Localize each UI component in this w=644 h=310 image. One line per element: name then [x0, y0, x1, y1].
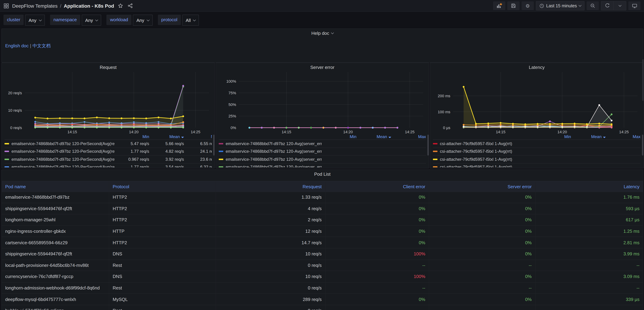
protocol-cell: DNS	[109, 248, 216, 259]
filter-value-workload[interactable]: Any	[133, 15, 153, 26]
client-error-cell: --	[326, 305, 429, 310]
legend-sort-max[interactable]: Max	[391, 134, 426, 139]
legend-series-label[interactable]: emailservice-74868bbd7f-d97bz 120-PerSec…	[4, 165, 114, 168]
legend-scrollbar[interactable]	[427, 135, 429, 156]
refresh-button[interactable]	[601, 2, 614, 10]
tv-mode-button[interactable]	[628, 2, 640, 10]
table-row: currencyservice-76c7dfdf87-rgccpDNS10 re…	[2, 271, 643, 282]
legend-series-label[interactable]: emailservice-74868bbd7f-d97bz 120-PerSec…	[4, 157, 114, 162]
legend-sort-max[interactable]: Max	[606, 134, 640, 139]
legend-header: MinMeanMax	[4, 134, 212, 140]
protocol-cell: Rest	[109, 260, 216, 271]
column-header-protocol[interactable]: Protocol	[109, 181, 216, 192]
request-cell: 0 req/s	[216, 282, 326, 293]
latency-cell: 1.25 ms	[536, 226, 643, 237]
series-name: emailservice-74868bbd7f-d97bz 120-Avg(se…	[226, 157, 322, 162]
series-color-swatch[interactable]	[219, 151, 223, 152]
latency-panel-title[interactable]: Latency	[430, 65, 643, 70]
dashboard-title[interactable]: Application - K8s Pod	[64, 3, 114, 9]
filter-value-cluster[interactable]: Any	[25, 15, 45, 26]
series-color-swatch[interactable]	[4, 143, 9, 144]
legend-scrollbar[interactable]	[642, 135, 643, 156]
zoom-out-button[interactable]	[586, 2, 599, 10]
latency-cell: 1.76 ms	[536, 192, 643, 203]
series-color-swatch[interactable]	[219, 143, 223, 144]
server-error-panel-title[interactable]: Server error	[216, 65, 429, 70]
latency-cell: 3.99 ms	[536, 248, 643, 259]
column-header-pod-name[interactable]: Pod name	[2, 181, 109, 192]
chevron-down-icon	[39, 18, 42, 21]
latency-chart-plot[interactable]: 0 µs100 ms200 ms14:1514:2014:25	[433, 63, 640, 134]
pod-name-cell: shippingservice-559449476f-qf2ft	[2, 248, 109, 259]
request-panel-title[interactable]: Request	[2, 65, 214, 70]
legend-series-label[interactable]: emailservice-74868bbd7f-d97bz 120-Avg(se…	[219, 157, 322, 162]
server-error-cell: --	[429, 260, 536, 271]
legend-sort-mean[interactable]: Mean	[571, 134, 606, 139]
legend-sort-max[interactable]: Max	[184, 134, 212, 139]
series-color-swatch[interactable]	[4, 166, 9, 168]
column-header-resquest[interactable]: Resquest	[216, 181, 326, 192]
column-header-latency[interactable]: Latency	[536, 181, 643, 192]
legend-row: csi-attacher-79cf9d5957-l5txl 1-Avg(rrt)	[433, 163, 640, 167]
series-color-swatch[interactable]	[4, 159, 9, 160]
legend-sort-min[interactable]: Min	[536, 134, 571, 139]
english-doc-link[interactable]: English doc	[5, 43, 28, 48]
series-color-swatch[interactable]	[433, 159, 438, 160]
legend-series-label[interactable]: csi-attacher-79cf9d5957-l5txl 1-Avg(rrt)	[433, 165, 536, 168]
series-color-swatch[interactable]	[433, 143, 438, 144]
table-row: longhorn-manager-25whlHTTP22 req/s0%0%61…	[2, 214, 643, 226]
filter-value-namespace[interactable]: Any	[82, 15, 101, 26]
protocol-cell: Rest	[109, 282, 216, 293]
filter-selected-value: Any	[29, 18, 36, 23]
table-row: longhorn-admission-webhook-d69f99dcf-8q6…	[2, 282, 643, 294]
series-color-swatch[interactable]	[219, 159, 223, 160]
legend-sort-min[interactable]: Min	[322, 134, 356, 139]
breadcrumb: DeepFlow Templates / Application - K8s P…	[4, 3, 133, 9]
pod-name-cell: cartservice-6655895594-66z29	[2, 237, 109, 248]
legend-series-label[interactable]: emailservice-74868bbd7f-d97bz 120-Avg(se…	[219, 165, 322, 168]
series-color-swatch[interactable]	[4, 151, 9, 152]
protocol-cell: HTTP2	[109, 237, 216, 248]
svg-text:10 req/s: 10 req/s	[8, 108, 22, 113]
request-chart-plot[interactable]: 0 req/s10 req/s20 req/s14:1514:2014:25	[4, 63, 212, 134]
refresh-interval-dropdown[interactable]	[614, 2, 626, 10]
legend-value-min: 1.77 req/s	[114, 165, 149, 168]
column-header-client-error[interactable]: Client error	[326, 181, 429, 192]
chevron-down-icon	[146, 18, 150, 21]
share-alt-icon[interactable]	[128, 3, 133, 8]
legend-sort-mean[interactable]: Mean	[356, 134, 391, 139]
add-panel-button[interactable]	[493, 2, 505, 10]
series-color-swatch[interactable]	[219, 166, 223, 168]
save-dashboard-button[interactable]	[507, 2, 520, 10]
legend-sort-min[interactable]: Min	[114, 134, 149, 139]
breadcrumb-folder[interactable]: DeepFlow Templates	[12, 3, 58, 9]
settings-gear-button[interactable]: ⚙	[522, 2, 534, 10]
series-color-swatch[interactable]	[433, 151, 438, 152]
legend-sort-mean[interactable]: Mean	[149, 134, 184, 139]
time-range-picker[interactable]: Last 15 minutes	[536, 1, 585, 11]
legend-series-label[interactable]: csi-attacher-79cf9d5957-l5txl 1-Avg(rrt)	[433, 157, 536, 162]
pod-list-panel-title[interactable]: Pod List	[2, 172, 643, 177]
series-color-swatch[interactable]	[433, 166, 438, 168]
legend-series-label[interactable]: csi-attacher-79cf9d5957-l5txl 1-Avg(rrt)	[433, 149, 536, 154]
legend-series-label[interactable]: emailservice-74868bbd7f-d97bz 120-Avg(se…	[219, 141, 322, 146]
server-error-cell: --	[429, 305, 536, 310]
svg-text:14:25: 14:25	[405, 130, 414, 134]
legend-series-label[interactable]: emailservice-74868bbd7f-d97bz 120-Avg(se…	[219, 149, 322, 154]
legend-series-label[interactable]: csi-attacher-79cf9d5957-l5txl 1-Avg(rrt)	[433, 141, 536, 146]
table-row: emailservice-74868bbd7f-d97bzHTTP21.33 r…	[2, 192, 643, 203]
legend-scrollbar[interactable]	[213, 135, 214, 156]
latency-cell: --	[536, 305, 643, 310]
legend-series-label[interactable]: emailservice-74868bbd7f-d97bz 120-PerSec…	[4, 149, 114, 154]
apps-grid-icon[interactable]	[4, 3, 9, 9]
legend-series-label[interactable]: emailservice-74868bbd7f-d97bz 120-PerSec…	[4, 141, 114, 146]
star-icon[interactable]	[118, 3, 123, 8]
chinese-doc-link[interactable]: 中文文档	[32, 43, 50, 48]
help-doc-panel-title[interactable]: Help doc	[2, 31, 643, 36]
column-header-server-error[interactable]: Server error	[429, 181, 536, 192]
server-error-chart-plot[interactable]: 0%25%50%75%100%14:1514:2014:25	[219, 63, 426, 134]
series-name: csi-attacher-79cf9d5957-l5txl 1-Avg(rrt)	[440, 165, 512, 168]
series-name: emailservice-74868bbd7f-d97bz 120-PerSec…	[12, 157, 114, 162]
filter-value-protocol[interactable]: All	[182, 15, 199, 26]
legend-row: emailservice-74868bbd7f-d97bz 120-Avg(se…	[219, 148, 426, 156]
